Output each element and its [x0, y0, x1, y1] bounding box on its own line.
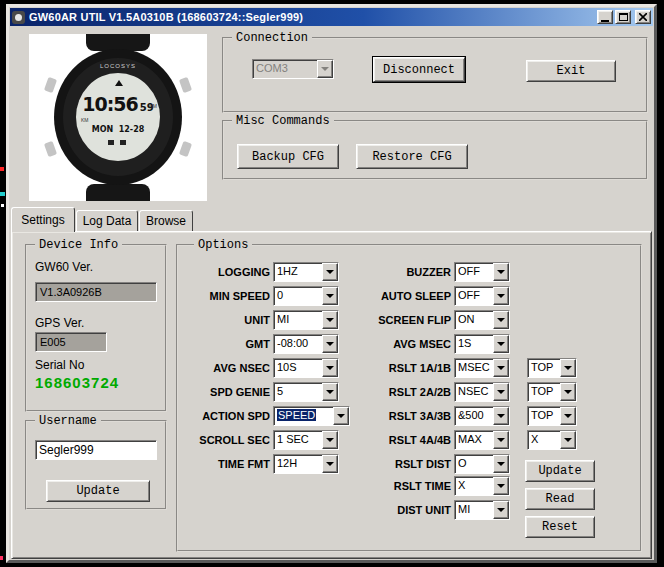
- window-controls: [597, 10, 651, 24]
- dropdown-arrow-icon: [560, 359, 576, 377]
- fw-version-label: GW60 Ver.: [35, 260, 93, 274]
- rslt-4a4b-select[interactable]: MAX: [454, 430, 510, 450]
- restore-cfg-button[interactable]: Restore CFG: [356, 144, 468, 169]
- rslt-2a2b-select[interactable]: NSEC: [454, 382, 510, 402]
- options-read-button[interactable]: Read: [525, 488, 595, 510]
- watch-side-button: [179, 77, 192, 93]
- maximize-icon: [619, 13, 628, 21]
- connection-group: Connection COM3 Disconnect Exit: [222, 37, 648, 113]
- username-group-caption: Username: [35, 414, 101, 428]
- dropdown-arrow-icon: [493, 501, 509, 519]
- option-row: RSLT 2A/2B NSEC TOP: [178, 382, 640, 402]
- watch-up-arrow-icon: [115, 80, 123, 86]
- rslt-time-select[interactable]: X: [454, 476, 510, 496]
- device-info-group: Device Info GW60 Ver. V1.3A0926B GPS Ver…: [25, 244, 167, 412]
- window-title: GW60AR UTIL V1.5A0310B (168603724::Segle…: [29, 11, 597, 23]
- option-label: RSLT DIST: [348, 458, 451, 470]
- watch-date: MON 12-28: [76, 125, 160, 134]
- watch-unit-km: KM: [81, 117, 89, 123]
- option-label: AUTO SLEEP: [348, 290, 451, 302]
- title-bar[interactable]: GW60AR UTIL V1.5A0310B (168603724::Segle…: [10, 8, 653, 26]
- watch-date-value: 12-28: [119, 125, 145, 134]
- minimize-button[interactable]: [597, 10, 613, 24]
- watch-status-icon: [120, 140, 126, 145]
- options-update-button[interactable]: Update: [525, 460, 595, 482]
- com-port-select[interactable]: COM3: [252, 59, 334, 79]
- option-label: RSLT TIME: [348, 480, 451, 492]
- rslt-4a4b-position-select[interactable]: X: [527, 430, 577, 450]
- firmware-version-field: V1.3A0926B: [35, 282, 157, 302]
- watch-side-button: [179, 141, 192, 157]
- close-button[interactable]: [635, 10, 651, 24]
- dropdown-arrow-icon: [493, 431, 509, 449]
- backup-cfg-button[interactable]: Backup CFG: [237, 144, 339, 169]
- gps-version-field: E005: [35, 332, 107, 352]
- desktop-artifact: [1, 204, 4, 207]
- misc-group-caption: Misc Commands: [232, 114, 334, 128]
- screen-flip-select[interactable]: ON: [454, 310, 510, 330]
- watch-strap: [86, 184, 150, 201]
- auto-sleep-select[interactable]: OFF: [454, 286, 510, 306]
- watch-brand-label: LOCOSYS: [63, 63, 173, 69]
- desktop-artifact: [0, 167, 4, 171]
- desktop-artifact: [0, 192, 5, 196]
- dropdown-arrow-icon: [493, 359, 509, 377]
- rslt-1a1b-position-select[interactable]: TOP: [527, 358, 577, 378]
- dropdown-arrow-icon: [493, 311, 509, 329]
- com-port-value: COM3: [253, 60, 317, 78]
- tab-log-data[interactable]: Log Data: [76, 210, 138, 231]
- username-update-button[interactable]: Update: [46, 480, 150, 502]
- minimize-icon: [601, 20, 609, 22]
- watch-unit-nm: NM: [149, 103, 157, 109]
- option-label: RSLT 4A/4B: [348, 434, 451, 446]
- buzzer-select[interactable]: OFF: [454, 262, 510, 282]
- avg-msec-select[interactable]: 1S: [454, 334, 510, 354]
- username-input[interactable]: [35, 440, 157, 460]
- dropdown-arrow-icon: [493, 383, 509, 401]
- rslt-dist-select[interactable]: O: [454, 454, 510, 474]
- option-row: AVG MSEC 1S: [178, 334, 640, 354]
- settings-tab-panel: Device Info GW60 Ver. V1.3A0926B GPS Ver…: [11, 231, 652, 559]
- option-label: RSLT 1A/1B: [348, 362, 451, 374]
- serial-number-value: 168603724: [35, 374, 119, 391]
- option-row: RSLT 3A/3B &500 TOP: [178, 406, 640, 426]
- dropdown-arrow-icon: [493, 455, 509, 473]
- watch-time: 10:56 59: [76, 93, 160, 115]
- option-label: DIST UNIT: [348, 504, 451, 516]
- misc-commands-group: Misc Commands Backup CFG Restore CFG: [222, 120, 648, 180]
- option-row: BUZZER OFF: [178, 262, 640, 282]
- option-label: RSLT 3A/3B: [348, 410, 451, 422]
- rslt-3a3b-position-select[interactable]: TOP: [527, 406, 577, 426]
- rslt-3a3b-select[interactable]: &500: [454, 406, 510, 426]
- rslt-1a1b-select[interactable]: MSEC: [454, 358, 510, 378]
- serial-number-label: Serial No: [35, 358, 84, 372]
- dropdown-arrow-icon: [560, 431, 576, 449]
- tab-settings[interactable]: Settings: [11, 207, 75, 232]
- connection-group-caption: Connection: [232, 31, 312, 45]
- options-group-caption: Options: [194, 238, 252, 252]
- dropdown-arrow-icon: [560, 407, 576, 425]
- disconnect-button[interactable]: Disconnect: [373, 57, 465, 82]
- option-row: RSLT 1A/1B MSEC TOP: [178, 358, 640, 378]
- watch-time-value: 10:56: [82, 93, 137, 115]
- device-info-caption: Device Info: [35, 238, 122, 252]
- tab-browse[interactable]: Browse: [139, 210, 193, 231]
- option-row: RSLT 4A/4B MAX X: [178, 430, 640, 450]
- watch-side-button: [44, 77, 57, 93]
- watch-product-image: LOCOSYS 10:56 59 KM NM MON 12-28: [29, 34, 207, 201]
- desktop-artifact: [0, 556, 3, 560]
- option-row: AUTO SLEEP OFF: [178, 286, 640, 306]
- dropdown-arrow-icon: [493, 407, 509, 425]
- app-icon: [12, 11, 25, 24]
- dist-unit-select[interactable]: MI: [454, 500, 510, 520]
- options-reset-button[interactable]: Reset: [525, 516, 595, 538]
- close-icon: [639, 13, 647, 21]
- option-label: RSLT 2A/2B: [348, 386, 451, 398]
- dropdown-arrow-icon: [560, 383, 576, 401]
- dropdown-arrow-icon: [493, 477, 509, 495]
- exit-button[interactable]: Exit: [526, 60, 616, 82]
- maximize-button[interactable]: [615, 10, 631, 24]
- option-label: SCREEN FLIP: [348, 314, 451, 326]
- rslt-2a2b-position-select[interactable]: TOP: [527, 382, 577, 402]
- app-window: GW60AR UTIL V1.5A0310B (168603724::Segle…: [6, 4, 657, 563]
